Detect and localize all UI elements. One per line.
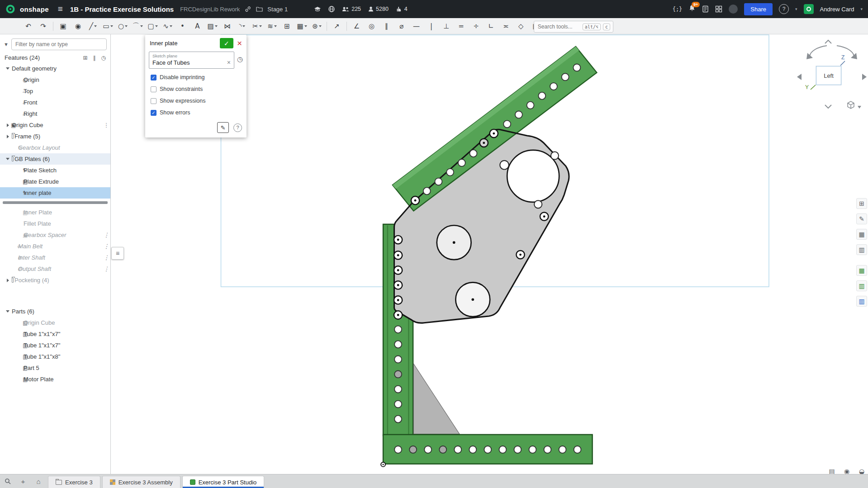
tilt-up-icon[interactable] <box>825 40 831 43</box>
help-button[interactable]: ? <box>779 4 789 14</box>
dropdown-caret-icon[interactable] <box>170 25 172 27</box>
dialog-help-button[interactable]: ? <box>233 123 242 132</box>
dropdown-caret-icon[interactable] <box>215 25 218 27</box>
parallel-constraint-tool[interactable]: ∥ <box>379 20 394 33</box>
release-notes-icon[interactable] <box>702 5 709 13</box>
tab-exercise-3[interactable]: Exercise 3 <box>48 476 100 488</box>
view-cube[interactable]: Left Y Z <box>794 38 868 115</box>
tree-gearbox-spacer[interactable]: Gearbox Spacer ⋮ <box>0 229 110 241</box>
search-tools-box[interactable]: alt/⌥ c <box>534 21 613 33</box>
render-mode-icon[interactable]: ▤ <box>827 466 837 474</box>
concentric-constraint-tool[interactable]: ◎ <box>364 20 379 33</box>
help-caret-icon[interactable]: ▾ <box>795 7 797 11</box>
dropdown-caret-icon[interactable] <box>125 25 128 27</box>
configuration-panel-icon[interactable]: ▦ <box>856 229 867 240</box>
linear-pattern-tool[interactable]: ▦ <box>294 20 309 33</box>
tree-plane-right[interactable]: Right ⋮ <box>0 108 110 119</box>
rectangle-tool[interactable]: ▭ <box>100 20 115 33</box>
line-tool[interactable]: ╱ <box>85 20 100 33</box>
midpoint-constraint-tool[interactable]: ÷ <box>469 20 484 33</box>
tilt-down-icon[interactable] <box>825 105 831 108</box>
dropdown-caret-icon[interactable] <box>304 25 307 27</box>
rotate-face-right-icon[interactable] <box>862 74 867 80</box>
search-tabs-button[interactable] <box>0 474 15 488</box>
text-tool[interactable]: A <box>190 20 205 33</box>
link-icon[interactable] <box>244 5 251 13</box>
dropdown-caret-icon[interactable] <box>319 25 322 27</box>
breadcrumb-location[interactable]: Stage 1 <box>267 6 288 13</box>
construction-tool[interactable]: ▨ <box>205 20 220 33</box>
views-stat[interactable]: 5280 <box>368 6 389 12</box>
tree-origin-cube[interactable]: Origin Cube ⋮ <box>0 119 110 131</box>
perpendicular-constraint-tool[interactable]: ⊥ <box>439 20 454 33</box>
insert-image-tool[interactable]: ◉ <box>71 20 85 33</box>
symmetric-constraint-tool[interactable]: ≍ <box>498 20 513 33</box>
rollback-bar[interactable] <box>3 201 108 204</box>
export-panel-icon[interactable]: ⊞ <box>856 198 867 209</box>
feature-filter-input[interactable] <box>11 38 107 50</box>
checkbox[interactable] <box>151 75 157 81</box>
pierce-constraint-tool[interactable]: ◇ <box>513 20 528 33</box>
dropdown-caret-icon[interactable] <box>242 25 245 27</box>
arc-tool[interactable]: ⌒ <box>130 20 145 33</box>
shading-mode-icon[interactable]: ◒ <box>857 466 867 474</box>
tree-default-geometry[interactable]: Default geometry ⋮ <box>0 63 110 74</box>
app-store-icon[interactable] <box>715 5 722 13</box>
model-gusset[interactable] <box>413 364 460 434</box>
vertical-constraint-tool[interactable]: | <box>424 20 439 33</box>
account-caret-icon[interactable]: ▾ <box>860 7 863 11</box>
edit-sketch-button[interactable]: ✎ <box>217 122 229 133</box>
display-states-panel-icon[interactable]: ▥ <box>856 244 867 255</box>
copies-stat[interactable]: 225 <box>342 6 361 12</box>
dropdown-caret-icon[interactable] <box>140 25 143 27</box>
item-menu-icon[interactable]: ⋮ <box>102 232 110 238</box>
expand-caret-icon[interactable] <box>5 310 11 313</box>
spline-tool[interactable]: ∿ <box>160 20 175 33</box>
dropdown-caret-icon[interactable] <box>110 25 113 27</box>
item-menu-icon[interactable]: ⋮ <box>102 254 110 261</box>
home-tab-button[interactable]: ⌂ <box>31 474 46 488</box>
rollback-controls-icon[interactable]: ∥ <box>93 55 96 61</box>
tree-origin[interactable]: Origin ⋮ <box>0 74 110 85</box>
expand-caret-icon[interactable] <box>5 123 11 127</box>
tree-frame[interactable]: Frame (5) ⋮ <box>0 131 110 142</box>
part-origin-cube[interactable]: Origin Cube ⋮ <box>0 317 110 328</box>
part-motor-plate[interactable]: Motor Plate ⋮ <box>0 374 110 385</box>
part-tube-7a[interactable]: Tube 1"x1"x7" ⋮ <box>0 328 110 340</box>
dropdown-caret-icon[interactable] <box>259 25 262 27</box>
view-options-caret-icon[interactable] <box>858 106 861 109</box>
tree-plane-front[interactable]: Front ⋮ <box>0 97 110 108</box>
onshape-logo-icon[interactable] <box>5 4 15 14</box>
confirm-button[interactable]: ✓ <box>220 38 233 48</box>
expand-caret-icon[interactable] <box>5 67 11 70</box>
view-cube-face[interactable]: Left <box>816 66 841 85</box>
horizontal-constraint-tool[interactable]: — <box>409 20 424 33</box>
checkbox-row[interactable]: Show expressions <box>145 95 247 107</box>
featurescript-icon[interactable]: {;} <box>673 6 683 12</box>
notifications-button[interactable]: 9+ <box>688 5 696 14</box>
dropdown-caret-icon[interactable] <box>274 25 277 27</box>
expand-caret-icon[interactable] <box>5 158 11 160</box>
checkbox-row[interactable]: Show errors <box>145 107 247 118</box>
isometric-cube-icon[interactable] <box>848 101 854 109</box>
tree-output-shaft[interactable]: Output Shaft ⋮ <box>0 263 110 275</box>
checkbox-row[interactable]: Show constraints <box>145 83 247 95</box>
mirror-tool[interactable]: ⋈ <box>220 20 235 33</box>
rotate-left-arrow-icon[interactable] <box>810 46 827 56</box>
part-5[interactable]: Part 5 ⋮ <box>0 362 110 374</box>
search-tools-input[interactable] <box>537 23 580 30</box>
item-menu-icon[interactable]: ⋮ <box>102 122 110 128</box>
tree-plate-extrude[interactable]: Plate Extrude ⋮ <box>0 176 110 187</box>
dialog-title-bar[interactable]: Inner plate ✓ × <box>145 35 247 51</box>
undo-tool[interactable]: ↶ <box>21 20 36 33</box>
fillet-tool[interactable]: ◝ <box>235 20 250 33</box>
tree-plane-top[interactable]: Top ⋮ <box>0 85 110 97</box>
material-table-panel-icon[interactable]: ▥ <box>856 296 867 307</box>
new-tab-button[interactable]: + <box>15 474 31 488</box>
transform-tool[interactable]: ⊞ <box>280 20 294 33</box>
edit-appearance-panel-icon[interactable]: ✎ <box>856 213 867 224</box>
rotate-right-arrow-icon[interactable] <box>837 46 854 56</box>
orbit-mode-icon[interactable]: ◉ <box>842 466 852 474</box>
checkbox[interactable] <box>151 110 157 116</box>
checkbox-row[interactable]: Disable imprinting <box>145 71 247 83</box>
